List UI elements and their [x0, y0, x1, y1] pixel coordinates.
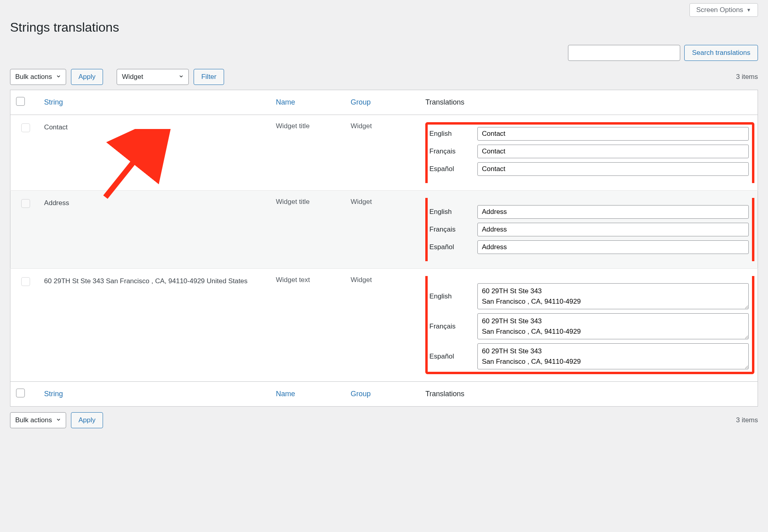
bulk-actions-select-bottom[interactable]: Bulk actions [10, 412, 66, 428]
language-label: Français [429, 226, 469, 234]
string-group: Widget [347, 269, 422, 382]
string-text: 60 29TH St Ste 343 San Francisco , CA, 9… [44, 276, 268, 286]
language-label: Español [429, 165, 469, 173]
string-group: Widget [347, 115, 422, 191]
search-translations-button[interactable]: Search translations [684, 45, 758, 61]
column-translations: Translations [421, 90, 758, 115]
language-label: English [429, 130, 469, 138]
translation-input[interactable] [477, 205, 749, 219]
translation-input[interactable] [477, 162, 749, 176]
translation-input[interactable] [477, 240, 749, 254]
row-checkbox[interactable] [21, 123, 30, 132]
table-row: AddressWidget titleWidgetEnglishFrançais… [10, 191, 758, 269]
table-row: ContactWidget titleWidgetEnglishFrançais… [10, 115, 758, 191]
apply-button-bottom[interactable]: Apply [71, 412, 103, 428]
column-name[interactable]: Name [276, 98, 295, 106]
strings-table: String Name Group Translations ContactWi… [10, 90, 758, 407]
translation-input[interactable] [477, 283, 749, 309]
string-text: Contact [44, 122, 268, 133]
language-label: Español [429, 353, 469, 361]
column-group[interactable]: Group [351, 98, 371, 106]
column-string[interactable]: String [44, 98, 63, 106]
language-label: English [429, 208, 469, 216]
table-row: 60 29TH St Ste 343 San Francisco , CA, 9… [10, 269, 758, 382]
annotation-highlight: EnglishFrançaisEspañol [425, 198, 754, 261]
language-label: English [429, 292, 469, 300]
row-checkbox[interactable] [21, 199, 30, 208]
annotation-highlight: EnglishFrançaisEspañol [425, 276, 754, 374]
string-name: Widget title [272, 115, 347, 191]
column-group[interactable]: Group [351, 390, 371, 398]
group-filter-select[interactable]: Widget [117, 69, 189, 85]
column-string[interactable]: String [44, 390, 63, 398]
string-group: Widget [347, 191, 422, 269]
language-label: Français [429, 147, 469, 155]
apply-button[interactable]: Apply [71, 69, 103, 85]
string-name: Widget title [272, 191, 347, 269]
screen-options-label: Screen Options [696, 6, 743, 14]
annotation-highlight: EnglishFrançaisEspañol [425, 122, 754, 183]
items-count-bottom: 3 items [736, 416, 758, 424]
search-input[interactable] [568, 45, 680, 61]
translation-input[interactable] [477, 223, 749, 236]
column-translations: Translations [421, 382, 758, 407]
language-label: Français [429, 322, 469, 330]
chevron-down-icon: ▼ [746, 7, 751, 13]
translation-input[interactable] [477, 313, 749, 339]
select-all-checkbox[interactable] [16, 97, 25, 106]
items-count: 3 items [736, 73, 758, 81]
row-checkbox[interactable] [21, 277, 30, 286]
screen-options-button[interactable]: Screen Options ▼ [689, 3, 758, 17]
translation-input[interactable] [477, 145, 749, 158]
filter-button[interactable]: Filter [194, 69, 224, 85]
string-name: Widget text [272, 269, 347, 382]
language-label: Español [429, 243, 469, 251]
page-title: Strings translations [10, 20, 758, 35]
column-name[interactable]: Name [276, 390, 295, 398]
translation-input[interactable] [477, 127, 749, 141]
string-text: Address [44, 198, 268, 208]
translation-input[interactable] [477, 343, 749, 369]
select-all-checkbox-bottom[interactable] [16, 389, 25, 397]
bulk-actions-select[interactable]: Bulk actions [10, 69, 66, 85]
